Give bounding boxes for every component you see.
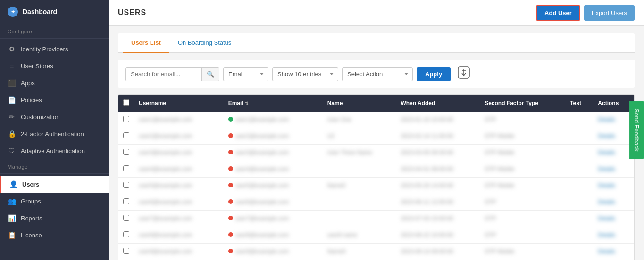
row-checkbox-cell[interactable] <box>118 227 134 244</box>
sidebar-item-policies[interactable]: 📄 Policies <box>0 91 109 108</box>
cell-action[interactable]: Details <box>593 211 634 227</box>
row-checkbox-cell[interactable] <box>118 244 134 260</box>
action-link[interactable]: Details <box>598 149 615 156</box>
action-link[interactable]: Details <box>598 215 615 222</box>
cell-email: user3@example.com <box>224 145 323 161</box>
cell-second-factor: OTP <box>480 112 565 128</box>
row-checkbox-cell[interactable] <box>118 128 134 145</box>
action-link[interactable]: Details <box>598 182 615 189</box>
col-username: Username <box>134 95 224 112</box>
action-link[interactable]: Details <box>598 116 615 123</box>
groups-icon: 👥 <box>8 197 16 205</box>
row-checkbox[interactable] <box>123 132 129 138</box>
cell-when-added: 2023-08-22 10:00:00 <box>396 227 480 244</box>
tab-users-list[interactable]: Users List <box>123 33 169 53</box>
export-users-button[interactable]: Export Users <box>584 5 635 21</box>
table-row: user8@example.com user8@example.com user… <box>118 227 634 244</box>
search-button[interactable]: 🔍 <box>201 68 219 81</box>
cell-email: user7@example.com <box>224 211 323 227</box>
sidebar-item-label: Users <box>22 181 39 188</box>
cell-action[interactable]: Details <box>593 145 634 161</box>
sidebar-item-license[interactable]: 📋 License <box>0 227 109 244</box>
sidebar-item-user-stores[interactable]: ≡ User Stores <box>0 57 109 74</box>
sidebar-item-2fa[interactable]: 🔒 2-Factor Authentication <box>0 125 109 142</box>
select-all-checkbox-header[interactable] <box>118 95 134 112</box>
send-feedback-tab[interactable]: Send Feedback <box>629 101 644 159</box>
action-link[interactable]: Details <box>598 248 615 255</box>
cell-username: user7@example.com <box>134 211 224 227</box>
cell-test <box>565 161 593 178</box>
cell-action[interactable]: Details <box>593 128 634 145</box>
cell-test <box>565 145 593 161</box>
cell-username: user8@example.com <box>134 227 224 244</box>
cell-when-added: 2023-04-01 08:00:00 <box>396 161 480 178</box>
row-checkbox-cell[interactable] <box>118 178 134 194</box>
action-link[interactable]: Details <box>598 199 615 205</box>
cell-action[interactable]: Details <box>593 112 634 128</box>
row-checkbox[interactable] <box>123 248 129 254</box>
select-action-select[interactable]: Select ActionDeleteEnableDisable <box>342 67 413 81</box>
cell-username: user4@example.com <box>134 161 224 178</box>
cell-test <box>565 178 593 194</box>
row-checkbox[interactable] <box>123 231 129 237</box>
cell-test <box>565 244 593 260</box>
row-checkbox[interactable] <box>123 149 129 155</box>
cell-action[interactable]: Details <box>593 244 634 260</box>
cell-name <box>323 194 396 211</box>
select-all-checkbox[interactable] <box>123 99 129 106</box>
email-sort-icon[interactable]: ⇅ <box>245 101 249 106</box>
cell-username: user5@example.com <box>134 178 224 194</box>
cell-name: user8 name <box>323 227 396 244</box>
email-filter-select[interactable]: EmailUsernameName <box>223 67 268 81</box>
table-row: user9@example.com user9@example.com Name… <box>118 244 634 260</box>
col-email: Email⇅ <box>224 95 323 112</box>
sidebar-item-identity-providers[interactable]: ⚙ Identity Providers <box>0 41 109 57</box>
content-area: Users List On Boarding Status 🔍 EmailUse… <box>109 26 644 260</box>
col-second-factor: Second Factor Type <box>480 95 565 112</box>
action-link[interactable]: Details <box>598 232 615 238</box>
row-checkbox-cell[interactable] <box>118 161 134 178</box>
sidebar-item-users[interactable]: 👤 Users <box>0 176 109 193</box>
cell-email: user5@example.com <box>224 178 323 194</box>
row-checkbox-cell[interactable] <box>118 194 134 211</box>
dashboard-icon: ✦ <box>8 7 18 17</box>
sidebar-item-label: Groups <box>21 198 41 205</box>
cell-second-factor: OTP Mobile <box>480 161 565 178</box>
search-input[interactable] <box>126 68 201 81</box>
cell-name: User One <box>323 112 396 128</box>
row-checkbox[interactable] <box>123 165 129 171</box>
sidebar-logo[interactable]: ✦ Dashboard <box>0 0 109 24</box>
col-when-added: When Added <box>396 95 480 112</box>
row-checkbox[interactable] <box>123 116 129 122</box>
sidebar-item-apps[interactable]: ⬛ Apps <box>0 74 109 91</box>
row-checkbox[interactable] <box>123 182 129 188</box>
table-row: user2@example.com user2@example.com U2 2… <box>118 128 634 145</box>
table-row: user4@example.com user4@example.com 2023… <box>118 161 634 178</box>
sidebar-item-adaptive-auth[interactable]: 🛡 Adaptive Authentication <box>0 142 109 159</box>
row-checkbox[interactable] <box>123 198 129 204</box>
cell-action[interactable]: Details <box>593 161 634 178</box>
topbar: USERS Add User Export Users <box>109 0 644 26</box>
sidebar-item-reports[interactable]: 📊 Reports <box>0 210 109 227</box>
table-row: user3@example.com user3@example.com User… <box>118 145 634 161</box>
cell-when-added: 2023-05-20 14:00:00 <box>396 178 480 194</box>
import-icon[interactable] <box>457 66 470 82</box>
tab-on-boarding-status[interactable]: On Boarding Status <box>169 33 240 53</box>
row-checkbox-cell[interactable] <box>118 211 134 227</box>
cell-name <box>323 211 396 227</box>
users-table: Username Email⇅ Name When Added Second F… <box>118 95 634 260</box>
action-link[interactable]: Details <box>598 166 615 172</box>
action-link[interactable]: Details <box>598 133 615 139</box>
row-checkbox-cell[interactable] <box>118 112 134 128</box>
cell-action[interactable]: Details <box>593 194 634 211</box>
show-entries-select[interactable]: Show 10 entriesShow 25 entriesShow 50 en… <box>272 67 338 81</box>
row-checkbox-cell[interactable] <box>118 145 134 161</box>
apply-button[interactable]: Apply <box>417 67 451 81</box>
cell-action[interactable]: Details <box>593 227 634 244</box>
row-checkbox[interactable] <box>123 215 129 221</box>
cell-when-added: 2023-02-14 11:00:00 <box>396 128 480 145</box>
cell-action[interactable]: Details <box>593 178 634 194</box>
sidebar-item-groups[interactable]: 👥 Groups <box>0 193 109 210</box>
add-user-button[interactable]: Add User <box>536 5 580 21</box>
sidebar-item-customization[interactable]: ✏ Customization <box>0 108 109 125</box>
